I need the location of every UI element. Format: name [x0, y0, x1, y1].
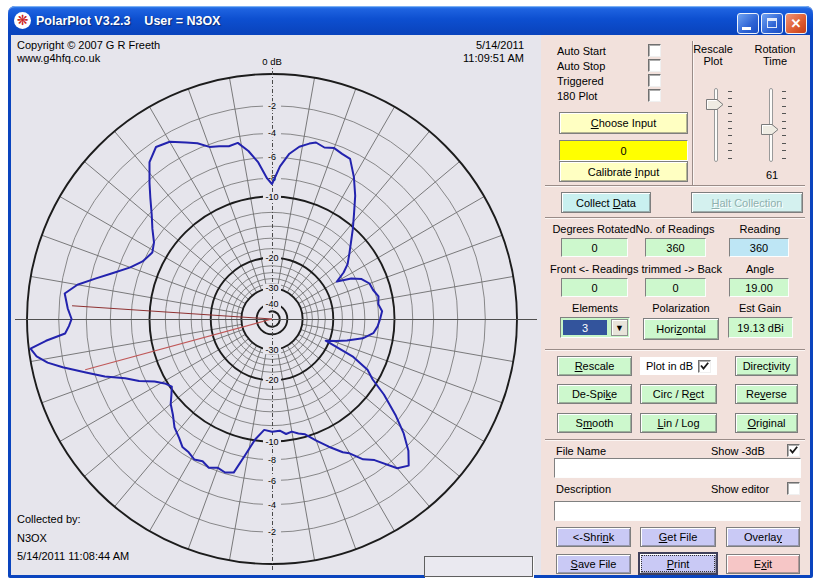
auto-start-label: Auto Start [557, 45, 606, 57]
readings-trimmed-label: Front <- Readings trimmed -> Back [544, 263, 728, 275]
180-plot-label: 180 Plot [557, 90, 597, 102]
show-3db-label: Show -3dB [711, 445, 765, 457]
svg-text:-6: -6 [268, 476, 276, 486]
rotation-time-label: Rotation Time [743, 43, 807, 67]
polarization-button[interactable]: Horizontal [643, 318, 719, 340]
svg-text:0 dB: 0 dB [262, 56, 282, 67]
plot-in-db-group: Plot in dB [640, 357, 717, 375]
calibrate-input-button[interactable]: Calibrate Input [559, 161, 688, 182]
plot-datetime: 5/14/201111:09:51 AM [463, 39, 524, 65]
svg-text:-2: -2 [268, 101, 276, 111]
app-icon: ❋ [14, 12, 31, 29]
rotation-time-value: 61 [756, 169, 788, 181]
minimize-button[interactable] [737, 13, 759, 34]
copyright-text: Copyright © 2007 G R Freethwww.g4hfq.co.… [17, 39, 160, 65]
elements-selected-value: 3 [563, 320, 607, 335]
svg-text:-2: -2 [268, 527, 276, 537]
svg-text:-20: -20 [265, 375, 278, 385]
rotation-slider-thumb[interactable] [761, 121, 779, 132]
rescale-slider-ticks [728, 91, 732, 161]
divider [545, 185, 805, 187]
shrink-button[interactable]: <-Shrink [556, 527, 631, 547]
window-title: PolarPlot V3.2.3 User = N3OX [36, 14, 737, 28]
svg-text:-6: -6 [268, 152, 276, 162]
collected-by-label: Collected by: [17, 513, 81, 526]
est-gain-label: Est Gain [710, 302, 810, 314]
divider [545, 217, 805, 219]
collected-by-value: N3OX [17, 532, 47, 545]
180-plot-checkbox[interactable] [648, 89, 661, 102]
file-name-input[interactable] [554, 458, 801, 478]
svg-text:-40: -40 [265, 299, 278, 309]
file-name-label: File Name [556, 445, 606, 457]
circ-rect-button[interactable]: Circ / Rect [640, 384, 717, 404]
angle-field: 19.00 [729, 278, 789, 297]
minimize-icon [742, 27, 751, 30]
print-button[interactable]: Print [638, 552, 718, 575]
elements-label: Elements [545, 302, 645, 314]
svg-text:-10: -10 [265, 437, 278, 447]
svg-text:-30: -30 [265, 345, 278, 355]
svg-text:-10: -10 [265, 192, 278, 202]
num-readings-field: 360 [645, 238, 706, 257]
back-trim-field: 0 [645, 278, 706, 297]
halt-collection-button[interactable]: Halt Collection [691, 192, 803, 213]
plot-in-db-checkbox[interactable] [698, 360, 711, 373]
auto-stop-checkbox[interactable] [648, 59, 661, 72]
directivity-button[interactable]: Directivity [735, 356, 798, 376]
collected-at: 5/14/2011 11:08:44 AM [17, 550, 129, 563]
smooth-button[interactable]: Smooth [557, 413, 632, 433]
svg-text:-4: -4 [268, 128, 276, 138]
angle-label: Angle [710, 263, 810, 275]
triggered-label: Triggered [557, 75, 604, 87]
save-file-button[interactable]: Save File [556, 554, 631, 574]
description-input[interactable] [554, 501, 801, 521]
app-window: ❋ PolarPlot V3.2.3 User = N3OX ✕ -2-4-6-… [8, 6, 813, 578]
choose-input-button[interactable]: Choose Input [559, 112, 688, 134]
est-gain-field: 19.13 dBi [728, 317, 793, 338]
description-label: Description [556, 483, 611, 495]
reading-field: 360 [729, 238, 789, 257]
auto-start-checkbox[interactable] [648, 44, 661, 57]
dropdown-arrow-icon[interactable]: ▼ [611, 319, 628, 336]
svg-text:-4: -4 [268, 500, 276, 510]
reading-label: Reading [710, 223, 810, 235]
despike-button[interactable]: De-Spike [557, 384, 632, 404]
maximize-button[interactable] [761, 13, 783, 34]
get-file-button[interactable]: Get File [640, 527, 716, 547]
show-editor-label: Show editor [711, 483, 769, 495]
svg-text:-30: -30 [265, 283, 278, 293]
show-editor-checkbox[interactable] [787, 482, 800, 495]
triggered-checkbox[interactable] [648, 74, 661, 87]
lin-log-button[interactable]: Lin / Log [640, 413, 717, 433]
collect-data-button[interactable]: Collect Data [561, 192, 651, 213]
rescale-plot-label: Rescale Plot [681, 43, 745, 67]
title-bar[interactable]: ❋ PolarPlot V3.2.3 User = N3OX ✕ [8, 6, 813, 35]
degrees-rotated-field: 0 [561, 238, 628, 257]
original-button[interactable]: Original [735, 413, 798, 433]
close-button[interactable]: ✕ [785, 13, 807, 34]
status-box [424, 556, 533, 577]
polar-plot-area: -2-4-6-8-10-20-30-40-30-20-10-8-6-4-20 d… [11, 35, 541, 575]
maximize-icon [767, 18, 777, 28]
overlay-button[interactable]: Overlay [726, 527, 800, 547]
rescale-slider-thumb[interactable] [706, 96, 724, 107]
rescale-button[interactable]: Rescale [557, 356, 632, 376]
plot-in-db-label: Plot in dB [646, 360, 693, 372]
client-area: -2-4-6-8-10-20-30-40-30-20-10-8-6-4-20 d… [11, 35, 810, 575]
rotation-slider-ticks [782, 91, 786, 161]
reverse-button[interactable]: Reverse [735, 384, 798, 404]
exit-button[interactable]: Exit [726, 554, 800, 574]
divider [545, 349, 805, 351]
elements-dropdown[interactable]: 3 ▼ [560, 317, 630, 338]
input-level-field: 0 [559, 140, 688, 161]
svg-text:-8: -8 [268, 455, 276, 465]
front-trim-field: 0 [561, 278, 628, 297]
show-3db-checkbox[interactable] [787, 444, 800, 457]
svg-text:-20: -20 [265, 253, 278, 263]
control-panel: Auto Start Auto Stop Triggered 180 Plot … [541, 35, 810, 575]
divider [545, 439, 805, 441]
polar-plot: -2-4-6-8-10-20-30-40-30-20-10-8-6-4-20 d… [11, 35, 541, 575]
auto-stop-label: Auto Stop [557, 60, 605, 72]
